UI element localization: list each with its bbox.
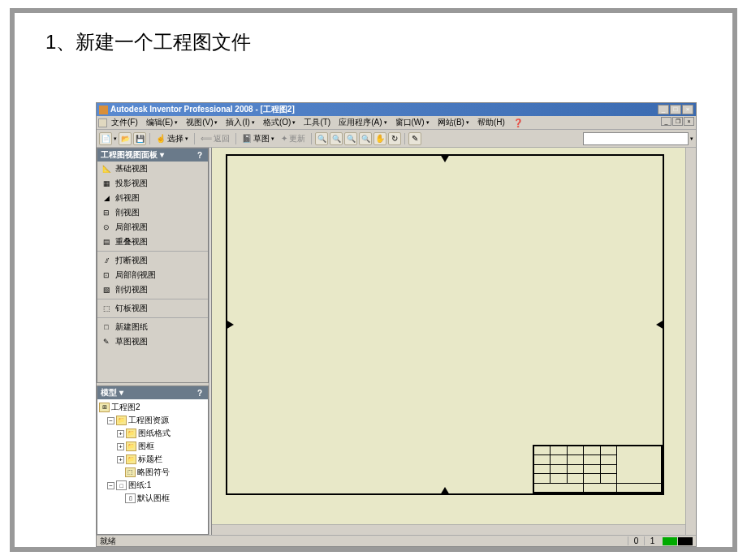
menu-format[interactable]: 格式(O)▾ [259,116,300,129]
window-controls: _ □ × [658,105,693,114]
menu-file[interactable]: 文件(F) [107,116,142,129]
tree-expand-icon[interactable]: + [117,443,124,450]
mdi-minimize-button[interactable]: _ [661,117,671,126]
tree-root[interactable]: ⊞工程图2 [99,401,206,414]
panel-item-基础视图[interactable]: 📐基础视图 [97,162,208,176]
panel-item-剖视图[interactable]: ⊟剖视图 [97,205,208,220]
view-icon: ⬚ [101,303,112,314]
back-tool[interactable]: ⟸ 返回 [198,133,232,144]
zoom-fit-icon[interactable] [359,132,372,145]
panel-item-label: 钉板视图 [115,303,148,314]
new-dropdown-icon[interactable]: ▾ [114,136,117,142]
pan-icon[interactable]: ✋ [374,132,386,145]
maximize-button[interactable]: □ [670,105,681,114]
panel-item-局部剖视图[interactable]: ⊡局部剖视图 [97,268,208,282]
toolbar: ▾ ☝ 选择 ▾ ⟸ 返回 📓 草图 ▾ ✦ 更新 ✋ ↻ ✎ ▾ [97,130,696,148]
tree-sketch-symbols[interactable]: ⬚略图符号 [99,466,206,479]
tree-resources[interactable]: −📁工程图资源 [99,414,206,427]
panel-divider [97,299,208,299]
panel-item-剖切视图[interactable]: ▧剖切视图 [97,282,208,297]
panel-item-投影视图[interactable]: ▦投影视图 [97,176,208,191]
help-icon[interactable]: ? [195,389,205,398]
toolbar-separator [235,133,236,144]
tree-borders[interactable]: +📁图框 [99,440,206,453]
minimize-button[interactable]: _ [658,105,669,114]
mdi-close-button[interactable]: × [684,117,694,126]
open-button-icon[interactable] [119,132,132,145]
view-icon: ▤ [101,236,112,248]
tree-title-blocks[interactable]: +📁标题栏 [99,453,206,466]
tree-expand-icon[interactable]: + [117,430,124,437]
tree-sheet[interactable]: −□图纸:1 [99,479,206,492]
view-icon: 📐 [101,163,112,174]
tree-expand-icon[interactable]: + [117,456,124,463]
panel-item-局部视图[interactable]: ⊙局部视图 [97,220,208,235]
view-icon: □ [101,321,112,333]
center-mark-right-icon [656,320,664,330]
menu-application[interactable]: 应用程序(A)▾ [335,116,391,129]
center-mark-left-icon [226,320,234,330]
panel-divider [97,251,208,252]
vertical-scrollbar[interactable] [685,148,696,535]
view-icon: ⊙ [101,222,112,233]
tree-collapse-icon[interactable]: − [107,417,114,424]
help-icon[interactable]: ? [195,151,205,160]
title-block [533,445,663,493]
panel-item-label: 草图视图 [115,336,148,347]
zoom-icon[interactable] [315,132,328,145]
select-tool[interactable]: ☝ 选择 ▾ [153,133,191,144]
tree-collapse-icon[interactable]: − [107,482,114,489]
tree-sheet-formats[interactable]: +📁图纸格式 [99,427,206,440]
panel-item-新建图纸[interactable]: □新建图纸 [97,320,208,334]
panel-item-重叠视图[interactable]: ▤重叠视图 [97,235,208,249]
slide-frame: 1、新建一个工程图文件 Autodesk Inventor Profession… [10,8,737,552]
selection-dropdown[interactable] [583,132,689,145]
toolbar-separator [404,133,405,144]
save-button-icon[interactable] [133,132,146,145]
menu-edit[interactable]: 编辑(E)▾ [142,116,182,129]
menu-window[interactable]: 窗口(W)▾ [391,116,434,129]
toolbar-separator [311,133,312,144]
marker-icon[interactable]: ✎ [408,132,421,145]
orbit-icon[interactable]: ↻ [388,132,401,145]
mdi-restore-button[interactable]: ❐ [672,117,683,126]
zoom-window-icon[interactable] [344,132,357,145]
menu-insert[interactable]: 插入(I)▾ [222,116,258,129]
horizontal-scrollbar[interactable] [209,524,685,535]
app-icon [99,106,108,114]
menu-web[interactable]: 网站(B)▾ [434,116,473,129]
panel-item-打断视图[interactable]: ⫽打断视图 [97,253,208,268]
menu-help-icon[interactable]: ❓ [509,118,527,128]
view-icon: ⊡ [101,269,112,281]
zoom-plus-icon[interactable] [330,132,343,145]
drawing-canvas[interactable] [209,148,696,535]
panel-item-钉板视图[interactable]: ⬚钉板视图 [97,301,208,316]
toolbar-separator [194,133,195,144]
menu-tools[interactable]: 工具(T) [300,116,335,129]
status-text: 就绪 [100,536,628,547]
view-icon: ⫽ [101,255,112,266]
model-tree: ⊞工程图2 −📁工程图资源 +📁图纸格式 +📁图框 +📁标题栏 ⬚略图符号 −□… [97,399,208,534]
panel-resize-handle[interactable] [209,148,212,535]
tree-default-border[interactable]: ▯默认图框 [99,492,206,505]
sketch-tool[interactable]: 📓 草图 ▾ [240,133,277,144]
dropdown-arrow-icon[interactable]: ▾ [690,136,693,142]
new-button-icon[interactable] [99,132,112,145]
menu-help[interactable]: 帮助(H) [473,116,509,129]
close-button[interactable]: × [682,105,693,114]
menubar: 文件(F) 编辑(E)▾ 视图(V)▾ 插入(I)▾ 格式(O)▾ 工具(T) … [97,116,696,130]
panel-item-斜视图[interactable]: ◢斜视图 [97,191,208,205]
update-tool[interactable]: ✦ 更新 [279,133,308,144]
views-panel-title: 工程图视图面板 [101,150,158,159]
panel-item-label: 剖视图 [115,207,140,218]
status-count-0: 0 [628,536,644,545]
panel-item-label: 打断视图 [115,255,148,266]
panel-item-草图视图[interactable]: ✎草图视图 [97,334,208,349]
panel-item-label: 基础视图 [115,163,148,174]
menu-view[interactable]: 视图(V)▾ [182,116,222,129]
titlebar-text: Autodesk Inventor Professional 2008 - [工… [110,104,658,115]
center-mark-bottom-icon [440,487,450,495]
status-indicator-green [663,537,677,545]
left-panels: 工程图视图面板 ▾ ? 📐基础视图▦投影视图◢斜视图⊟剖视图⊙局部视图▤重叠视图… [97,148,209,535]
doc-icon[interactable] [98,118,107,127]
